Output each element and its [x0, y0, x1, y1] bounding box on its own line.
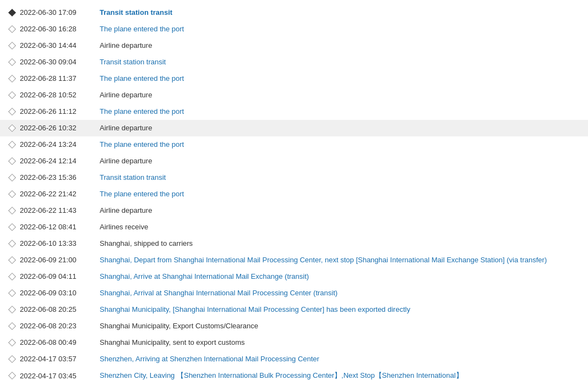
- diamond-outline-icon: [4, 257, 20, 263]
- diamond-outline-icon: [4, 224, 20, 230]
- datetime-label: 2022-06-08 20:23: [20, 322, 100, 330]
- timeline-row: 2022-06-08 00:49Shanghai Municipality, s…: [0, 334, 588, 351]
- timeline-row: 2022-06-28 11:37The plane entered the po…: [0, 70, 588, 87]
- timeline-row: 2022-06-22 21:42The plane entered the po…: [0, 186, 588, 202]
- datetime-label: 2022-06-30 09:04: [20, 58, 100, 66]
- event-label: Shanghai, Arrival at Shanghai Internatio…: [100, 289, 584, 297]
- event-label: The plane entered the port: [100, 25, 584, 33]
- datetime-label: 2022-06-23 15:36: [20, 173, 100, 181]
- event-label: Airline departure: [100, 157, 584, 165]
- event-label: Shanghai, shipped to carriers: [100, 239, 584, 247]
- diamond-outline-icon: [4, 290, 20, 296]
- diamond-outline-icon: [4, 208, 20, 213]
- event-label: The plane entered the port: [100, 107, 584, 115]
- event-label: Shanghai Municipality, [Shanghai Interna…: [100, 305, 584, 313]
- diamond-filled-icon: [4, 10, 20, 15]
- diamond-outline-icon: [4, 92, 20, 98]
- event-label: Transit station transit: [100, 58, 584, 66]
- event-label: Shenzhen City, Leaving 【Shenzhen Interna…: [100, 371, 584, 380]
- diamond-outline-icon: [4, 158, 20, 164]
- datetime-label: 2022-06-24 12:14: [20, 157, 100, 165]
- datetime-label: 2022-06-26 11:12: [20, 107, 100, 115]
- diamond-outline-icon: [4, 142, 20, 147]
- timeline-row: 2022-06-30 14:44Airline departure: [0, 37, 588, 54]
- datetime-label: 2022-06-10 13:33: [20, 239, 100, 247]
- datetime-label: 2022-06-28 10:52: [20, 91, 100, 99]
- datetime-label: 2022-04-17 03:57: [20, 355, 100, 363]
- tracking-timeline: 2022-06-30 17:09Transit station transit2…: [0, 0, 588, 380]
- diamond-outline-icon: [4, 191, 20, 197]
- timeline-row: 2022-06-26 11:12The plane entered the po…: [0, 103, 588, 120]
- timeline-row: 2022-06-10 13:33Shanghai, shipped to car…: [0, 235, 588, 252]
- timeline-row: 2022-06-09 21:00Shanghai, Depart from Sh…: [0, 252, 588, 268]
- datetime-label: 2022-06-08 00:49: [20, 338, 100, 346]
- event-label: Airline departure: [100, 206, 584, 214]
- datetime-label: 2022-06-09 21:00: [20, 256, 100, 264]
- diamond-outline-icon: [4, 323, 20, 329]
- event-label: Transit station transit: [100, 173, 584, 181]
- event-label: Airline departure: [100, 124, 584, 132]
- timeline-row: 2022-06-08 20:23Shanghai Municipality, E…: [0, 318, 588, 334]
- timeline-row: 2022-06-22 11:43Airline departure: [0, 202, 588, 219]
- timeline-row: 2022-06-26 10:32Airline departure: [0, 120, 588, 136]
- diamond-outline-icon: [4, 307, 20, 312]
- event-label: Transit station transit: [100, 8, 584, 16]
- timeline-row: 2022-06-30 09:04Transit station transit: [0, 54, 588, 70]
- datetime-label: 2022-06-08 20:25: [20, 305, 100, 313]
- diamond-outline-icon: [4, 274, 20, 279]
- datetime-label: 2022-06-22 11:43: [20, 206, 100, 214]
- datetime-label: 2022-04-17 03:45: [20, 372, 100, 380]
- diamond-outline-icon: [4, 340, 20, 345]
- event-label: The plane entered the port: [100, 140, 584, 148]
- timeline-row: 2022-06-24 13:24The plane entered the po…: [0, 136, 588, 153]
- timeline-row: 2022-04-17 03:57Shenzhen, Arriving at Sh…: [0, 351, 588, 367]
- timeline-row: 2022-06-23 15:36Transit station transit: [0, 169, 588, 186]
- datetime-label: 2022-06-09 03:10: [20, 289, 100, 297]
- timeline-row: 2022-06-09 04:11Shanghai, Arrive at Shan…: [0, 268, 588, 285]
- timeline-row: 2022-06-09 03:10Shanghai, Arrival at Sha…: [0, 285, 588, 301]
- event-label: Shenzhen, Arriving at Shenzhen Internati…: [100, 355, 584, 363]
- timeline-row: 2022-06-30 16:28The plane entered the po…: [0, 21, 588, 37]
- diamond-outline-icon: [4, 125, 20, 131]
- datetime-label: 2022-06-26 10:32: [20, 124, 100, 132]
- datetime-label: 2022-06-30 17:09: [20, 8, 100, 16]
- timeline-row: 2022-06-08 20:25Shanghai Municipality, […: [0, 301, 588, 318]
- diamond-outline-icon: [4, 241, 20, 246]
- event-label: Airline departure: [100, 41, 584, 49]
- diamond-outline-icon: [4, 373, 20, 378]
- diamond-outline-icon: [4, 43, 20, 48]
- timeline-row: 2022-06-30 17:09Transit station transit: [0, 4, 588, 21]
- diamond-outline-icon: [4, 109, 20, 114]
- event-label: Airlines receive: [100, 223, 584, 231]
- diamond-outline-icon: [4, 76, 20, 81]
- event-label: Shanghai Municipality, Export Customs/Cl…: [100, 322, 584, 330]
- event-label: Shanghai, Depart from Shanghai Internati…: [100, 256, 584, 264]
- timeline-row: 2022-06-24 12:14Airline departure: [0, 153, 588, 169]
- event-label: Shanghai Municipality, sent to export cu…: [100, 338, 584, 346]
- diamond-outline-icon: [4, 356, 20, 362]
- diamond-outline-icon: [4, 59, 20, 65]
- diamond-outline-icon: [4, 26, 20, 32]
- timeline-row: 2022-06-28 10:52Airline departure: [0, 87, 588, 103]
- datetime-label: 2022-06-09 04:11: [20, 272, 100, 280]
- datetime-label: 2022-06-28 11:37: [20, 74, 100, 82]
- datetime-label: 2022-06-24 13:24: [20, 140, 100, 148]
- datetime-label: 2022-06-30 16:28: [20, 25, 100, 33]
- timeline-row: 2022-04-17 03:45Shenzhen City, Leaving 【…: [0, 367, 588, 380]
- event-label: Airline departure: [100, 91, 584, 99]
- datetime-label: 2022-06-30 14:44: [20, 41, 100, 49]
- diamond-outline-icon: [4, 175, 20, 180]
- datetime-label: 2022-06-22 21:42: [20, 190, 100, 198]
- event-label: The plane entered the port: [100, 190, 584, 198]
- event-label: The plane entered the port: [100, 74, 584, 82]
- event-label: Shanghai, Arrive at Shanghai Internation…: [100, 272, 584, 280]
- datetime-label: 2022-06-12 08:41: [20, 223, 100, 231]
- timeline-row: 2022-06-12 08:41Airlines receive: [0, 219, 588, 235]
